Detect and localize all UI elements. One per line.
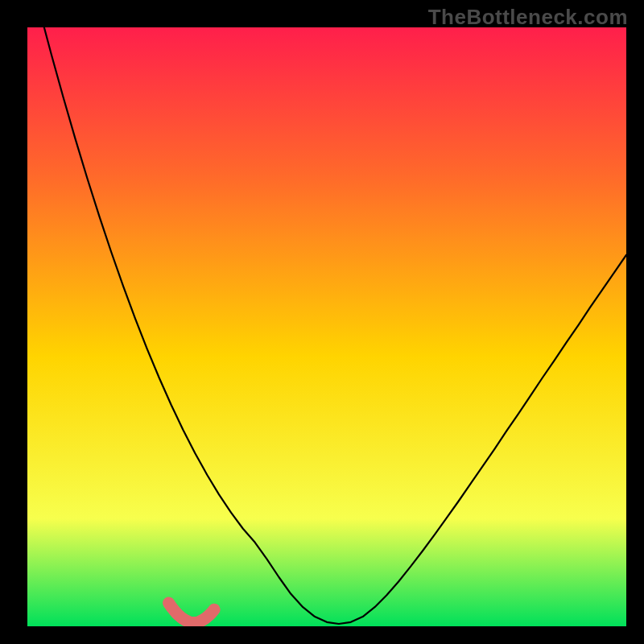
chart-frame: TheBottleneck.com (0, 0, 644, 644)
gradient-background (27, 27, 626, 626)
watermark-text: TheBottleneck.com (428, 5, 628, 30)
chart-svg (27, 27, 626, 626)
plot-area (27, 27, 626, 626)
